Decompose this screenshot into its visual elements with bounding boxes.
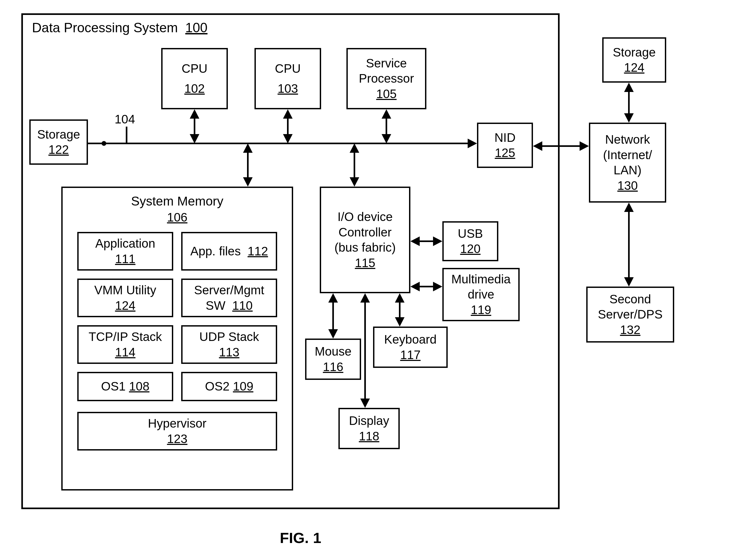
storage-right-box: Storage 124 xyxy=(602,37,666,83)
keyboard-ref: 117 xyxy=(400,347,421,363)
os1-box: OS1 108 xyxy=(77,372,173,401)
server2-label1: Second xyxy=(610,292,651,307)
server2-ref: 132 xyxy=(620,322,640,338)
svcproc-ref: 105 xyxy=(376,86,397,102)
srvmgmt-label2: SW 110 xyxy=(206,298,253,313)
network-ref: 130 xyxy=(617,178,638,194)
srvmgmt-label1: Server/Mgmt xyxy=(194,283,264,298)
os2-label: OS2 109 xyxy=(205,379,254,394)
vmm-label: VMM Utility xyxy=(94,283,157,298)
network-label3: LAN) xyxy=(614,163,642,178)
usb-box: USB 120 xyxy=(442,221,498,261)
vmm-ref: 124 xyxy=(115,298,136,313)
tcpip-box: TCP/IP Stack 114 xyxy=(77,325,173,364)
ioctrl-label2: Controller xyxy=(339,225,392,240)
keyboard-label: Keyboard xyxy=(384,332,437,347)
cpu2-label: CPU xyxy=(275,61,301,77)
storage-right-ref: 124 xyxy=(624,60,644,76)
storage-left-ref: 122 xyxy=(48,142,69,158)
outer-title-text: Data Processing System xyxy=(32,20,178,35)
tcpip-label: TCP/IP Stack xyxy=(88,329,162,345)
udp-ref: 113 xyxy=(219,345,239,360)
mouse-label: Mouse xyxy=(315,344,352,359)
svcproc-label1: Service xyxy=(366,56,407,71)
nid-box: NID 125 xyxy=(477,123,533,168)
cpu1-box: CPU 102 xyxy=(161,48,228,109)
app-label: Application xyxy=(95,236,155,251)
storage-right-label: Storage xyxy=(613,45,656,60)
storage-left-box: Storage 122 xyxy=(29,119,88,165)
nid-ref: 125 xyxy=(495,145,516,161)
cpu2-box: CPU 103 xyxy=(255,48,321,109)
network-box: Network (Internet/ LAN) 130 xyxy=(589,123,666,203)
sysmem-ref: 106 xyxy=(167,210,188,224)
io-controller-box: I/O device Controller (bus fabric) 115 xyxy=(320,186,410,293)
display-box: Display 118 xyxy=(339,408,400,449)
hyper-label: Hypervisor xyxy=(148,416,207,431)
bus-junction-dot xyxy=(101,141,106,146)
tcpip-ref: 114 xyxy=(115,345,136,360)
usb-label: USB xyxy=(458,226,483,242)
service-processor-box: Service Processor 105 xyxy=(346,48,427,109)
bus-ref-label: 104 xyxy=(115,112,135,126)
mmdrive-box: Multimedia drive 119 xyxy=(442,268,520,321)
second-server-box: Second Server/DPS 132 xyxy=(586,287,674,343)
usb-ref: 120 xyxy=(460,241,481,257)
srvmgmt-box: Server/Mgmt SW 110 xyxy=(181,279,277,317)
svcproc-label2: Processor xyxy=(359,71,414,86)
network-label1: Network xyxy=(605,132,650,147)
appfiles-box: App. files 112 xyxy=(181,232,277,270)
display-ref: 118 xyxy=(359,429,380,444)
ioctrl-label3: (bus fabric) xyxy=(335,240,396,255)
hyper-ref: 123 xyxy=(167,431,188,447)
ioctrl-label1: I/O device xyxy=(337,209,393,225)
mouse-ref: 116 xyxy=(323,359,344,375)
appfiles-label: App. files 112 xyxy=(190,244,268,259)
network-label2: (Internet/ xyxy=(603,147,652,163)
hypervisor-box: Hypervisor 123 xyxy=(77,412,277,451)
nid-label: NID xyxy=(494,130,516,145)
mmdrive-label2: drive xyxy=(468,287,494,302)
server2-label2: Server/DPS xyxy=(598,307,663,322)
figure-label: FIG. 1 xyxy=(280,529,321,547)
keyboard-box: Keyboard 117 xyxy=(373,327,448,368)
ioctrl-ref: 115 xyxy=(355,255,375,271)
cpu2-ref: 103 xyxy=(278,81,298,96)
outer-title: Data Processing System 100 xyxy=(32,20,208,36)
diagram-canvas: Data Processing System 100 Storage 122 C… xyxy=(0,0,756,555)
app-ref: 111 xyxy=(115,251,136,267)
cpu1-label: CPU xyxy=(181,61,207,77)
storage-left-label: Storage xyxy=(37,127,80,142)
sysmem-label: System Memory xyxy=(131,194,224,208)
os1-label: OS1 108 xyxy=(101,379,149,394)
os2-box: OS2 109 xyxy=(181,372,277,401)
udp-box: UDP Stack 113 xyxy=(181,325,277,364)
mmdrive-label1: Multimedia xyxy=(451,272,510,287)
mmdrive-ref: 119 xyxy=(471,302,491,318)
display-label: Display xyxy=(349,413,389,429)
cpu1-ref: 102 xyxy=(184,81,205,96)
mouse-box: Mouse 116 xyxy=(305,339,361,380)
udp-label: UDP Stack xyxy=(199,329,259,345)
vmm-box: VMM Utility 124 xyxy=(77,279,173,317)
application-box: Application 111 xyxy=(77,232,173,270)
outer-title-ref: 100 xyxy=(185,20,207,35)
